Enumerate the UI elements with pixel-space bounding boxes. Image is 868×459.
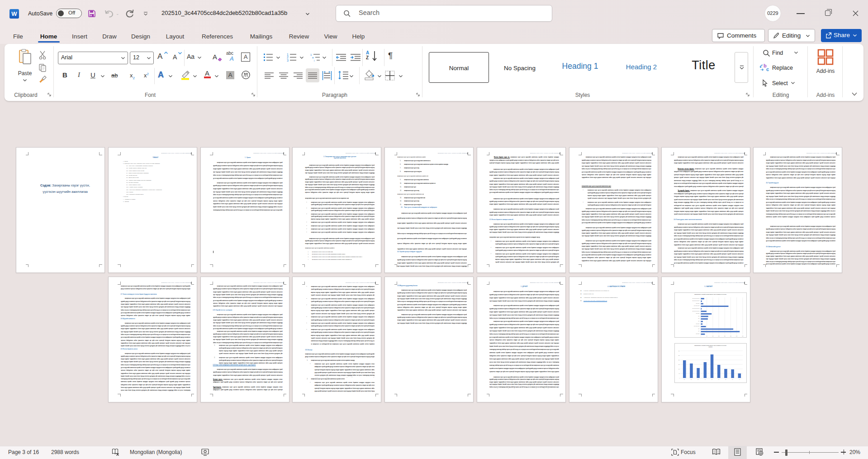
svg-text:i: i [314, 59, 314, 62]
svg-text:1: 1 [310, 53, 312, 56]
svg-text:a: a [312, 56, 314, 59]
svg-text:3: 3 [287, 59, 289, 62]
